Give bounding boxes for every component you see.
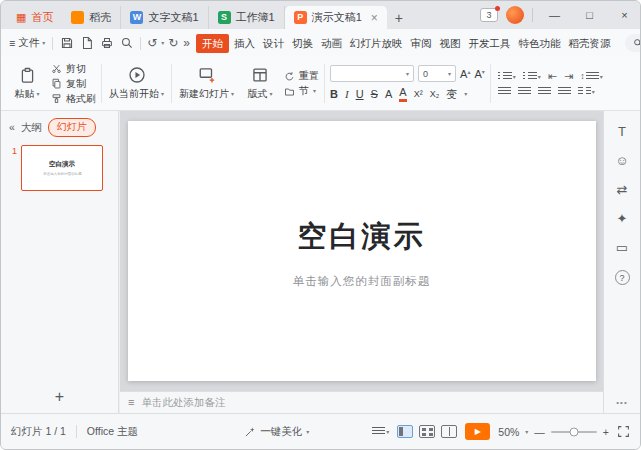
format-painter-button[interactable]: 格式刷 (51, 92, 96, 105)
slides-tab[interactable]: 幻灯片 (48, 118, 96, 137)
reset-button[interactable]: 重置 (284, 70, 319, 83)
decrease-indent-button[interactable]: ⇤ (546, 71, 559, 82)
slide-sorter-view-button[interactable] (419, 425, 435, 438)
zoom-slider-knob[interactable] (569, 427, 578, 436)
ribbon-tab-transition[interactable]: 切换 (288, 34, 317, 53)
tab-presentation[interactable]: P 演示文稿1 × (285, 6, 387, 29)
add-slide-button[interactable]: + (1, 389, 118, 405)
more-tools-button[interactable]: ••• (616, 398, 627, 407)
italic-button[interactable]: I (345, 88, 349, 100)
zoom-out-button[interactable]: — (534, 426, 545, 438)
line-spacing-button[interactable]: ↕▾ (578, 72, 605, 81)
switch-icon[interactable]: ⇄ (617, 183, 628, 196)
chevron-down-icon: ▾ (525, 429, 528, 435)
slide-thumbnail[interactable]: 空白演示 单击输入您的封面副标题 (21, 145, 103, 191)
ribbon-tab-features[interactable]: 特色功能 (514, 34, 564, 53)
magic-wand-icon (244, 426, 256, 438)
align-center-button[interactable] (516, 87, 533, 96)
ribbon-tab-view[interactable]: 视图 (435, 34, 464, 53)
decrease-font-button[interactable]: A▾ (474, 68, 484, 80)
font-size-select[interactable]: 0 ▾ (418, 65, 456, 82)
close-button[interactable]: × (611, 1, 638, 29)
tab-wps-home[interactable]: ▦ 首页 (7, 6, 62, 29)
superscript-button[interactable]: X² (414, 89, 423, 99)
smiley-icon[interactable]: ☺ (615, 154, 628, 167)
text-tool-icon[interactable]: T (618, 125, 626, 138)
search-button[interactable]: 查找 (625, 34, 640, 52)
play-from-current-button[interactable]: 从当前开始▾ (107, 60, 166, 107)
slide[interactable]: 空白演示 单击输入您的封面副标题 (128, 121, 596, 381)
zoom-in-button[interactable]: + (603, 426, 609, 438)
minimize-button[interactable]: — (541, 1, 568, 29)
print-preview-button[interactable] (118, 34, 135, 52)
layout-button[interactable]: 版式▾ (239, 60, 281, 107)
underline-button[interactable]: U (356, 88, 364, 100)
tab-writer-document[interactable]: W 文字文稿1 (121, 6, 208, 29)
reading-view-button[interactable] (441, 425, 457, 438)
theme-label[interactable]: Office 主题 (87, 425, 138, 439)
close-tab-icon[interactable]: × (371, 11, 378, 25)
copy-button[interactable]: 复制 (51, 77, 96, 90)
bullet-list-button[interactable]: ▾ (496, 72, 518, 81)
notes-bar[interactable]: ≡ 单击此处添加备注 (120, 391, 603, 413)
zoom-slider[interactable] (551, 431, 597, 433)
export-pdf-button[interactable] (78, 34, 95, 52)
print-button[interactable] (98, 34, 115, 52)
font-color-button[interactable]: A (399, 86, 406, 101)
text-effect-button[interactable]: 变 (446, 87, 457, 102)
beautify-button[interactable]: 一键美化 ▾ (244, 425, 309, 439)
ribbon-tab-start[interactable]: 开始 (196, 34, 229, 53)
chevron-down-icon: ▾ (538, 74, 541, 80)
section-button[interactable]: 节 ▾ (284, 85, 319, 98)
normal-view-button[interactable] (397, 425, 413, 438)
view-menu-button[interactable]: ▾ (370, 427, 391, 436)
ribbon-tab-design[interactable]: 设计 (259, 34, 288, 53)
ribbon-tab-review[interactable]: 审阅 (406, 34, 435, 53)
redo-button[interactable]: ↻ (167, 37, 179, 49)
increase-font-button[interactable]: A▴ (460, 68, 470, 80)
new-tab-button[interactable]: + (387, 6, 411, 29)
paste-button[interactable]: 粘贴▾ (6, 60, 48, 107)
columns-button[interactable]: ▾ (576, 87, 597, 96)
cut-button[interactable]: 剪切 (51, 62, 96, 75)
fit-window-icon[interactable] (617, 425, 630, 438)
file-menu-button[interactable]: ≡ 文件 ▾ (7, 36, 47, 50)
new-slide-button[interactable]: 新建幻灯片▾ (177, 60, 236, 107)
effects-star-icon[interactable]: ✦ (617, 212, 628, 225)
ribbon-tab-devtools[interactable]: 开发工具 (464, 34, 514, 53)
outline-tab[interactable]: 大纲 (21, 121, 42, 135)
slideshow-play-button[interactable]: ▶ (465, 423, 490, 440)
collapse-panel-icon[interactable]: « (9, 122, 15, 133)
more-commands-button[interactable]: » (182, 37, 191, 49)
slide-subtitle[interactable]: 单击输入您的封面副标题 (128, 274, 596, 289)
tab-spreadsheet[interactable]: S 工作簿1 (209, 6, 285, 29)
numbered-list-button[interactable]: ▾ (521, 72, 543, 81)
format-painter-label: 格式刷 (66, 92, 96, 106)
increase-indent-button[interactable]: ⇥ (562, 71, 575, 82)
align-right-button[interactable] (536, 87, 553, 96)
ribbon-tab-animation[interactable]: 动画 (317, 34, 346, 53)
avatar[interactable] (506, 6, 524, 24)
zoom-level[interactable]: 50% (498, 426, 519, 438)
message-count-badge[interactable]: 3 (480, 8, 498, 22)
font-name-select[interactable]: ▾ (330, 65, 414, 82)
text-shadow-button[interactable]: A (385, 88, 392, 100)
save-button[interactable] (58, 34, 75, 52)
tab-docer[interactable]: 稻壳 (62, 6, 121, 29)
subscript-button[interactable]: X₂ (430, 89, 440, 99)
docer-icon (71, 11, 84, 24)
slide-title[interactable]: 空白演示 (128, 217, 596, 257)
align-left-button[interactable] (496, 87, 513, 96)
maximize-button[interactable]: □ (576, 1, 603, 29)
help-icon[interactable]: ? (615, 270, 630, 285)
strikethrough-button[interactable]: S (371, 88, 378, 100)
ribbon-tab-insert[interactable]: 插入 (230, 34, 259, 53)
undo-button[interactable]: ↺ (146, 37, 158, 49)
justify-button[interactable] (556, 87, 573, 96)
undo-dropdown-icon[interactable]: ▾ (161, 40, 164, 46)
frame-icon[interactable]: ▭ (616, 241, 628, 254)
ribbon-tab-docer-resources[interactable]: 稻壳资源 (564, 34, 614, 53)
ribbon-tab-slideshow[interactable]: 幻灯片放映 (346, 34, 407, 53)
bold-button[interactable]: B (330, 88, 338, 100)
slides-panel-header: « 大纲 幻灯片 (1, 111, 118, 141)
